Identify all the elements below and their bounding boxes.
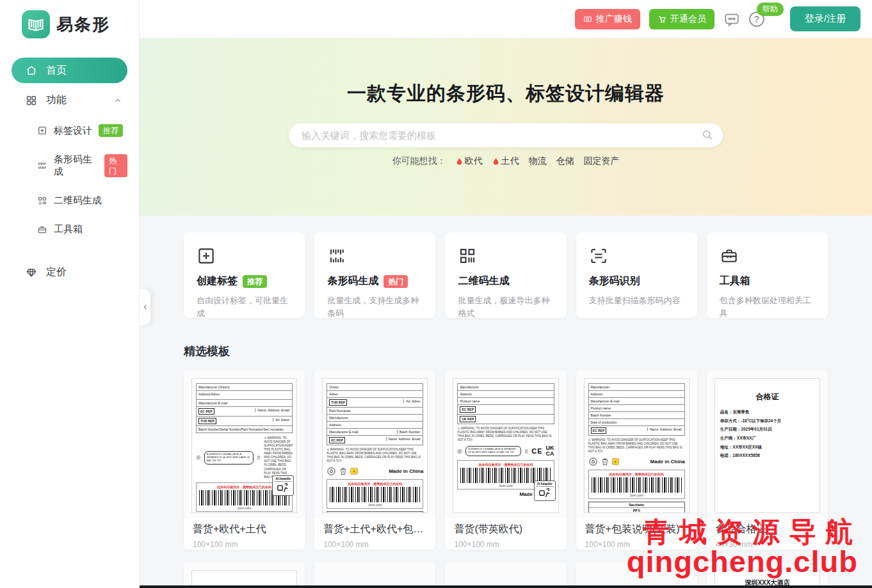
search-icon[interactable] — [701, 129, 714, 141]
feature-desc: 批量生成，支持生成多种条码 — [327, 294, 423, 319]
template-card[interactable] — [445, 562, 566, 588]
brand-logo[interactable]: 易条形 — [0, 0, 139, 38]
sidebar-item-label: 功能 — [46, 93, 67, 107]
feature-create-label[interactable]: 创建标签 推荐 自由设计标签，可批量生成 — [184, 232, 305, 318]
home-icon — [26, 65, 37, 76]
sidebar: 易条形 首页 功能 — [0, 0, 140, 588]
qrcode-icon — [37, 196, 47, 206]
feature-qrcode-gen[interactable]: 二维码生成 批量生成，极速导出多种格式 — [445, 232, 566, 318]
packaging-symbols: ÉLÉMENTS D'EMBALLAGE À SÉPARER ET À DÉPO… — [196, 436, 293, 479]
template-preview: 品名：XX运动鞋 颜色：白色 — [184, 562, 305, 588]
bottom-bar-edge — [140, 585, 872, 588]
hot-badge: 热门 — [384, 275, 408, 288]
topbar: 推广赚钱 开通会员 帮助 ? 登录/注册 — [140, 0, 872, 38]
toolbox-icon — [37, 225, 47, 235]
feature-cards: 创建标签 推荐 自由设计标签，可批量生成 条形码生成 热门 批量生成，支持生成多… — [140, 216, 872, 318]
template-card[interactable]: 合格证 品名：东海带鱼 保存方式：-18°C以下保存24个月 生产日期：2025… — [707, 370, 828, 550]
barcode-image — [592, 477, 682, 493]
hint-fixed-assets[interactable]: 固定资产 — [584, 155, 620, 167]
barcode-demo: 此条码仅做演示，需替换成自己的条码 1txm.com — [588, 470, 685, 499]
hint-tudai[interactable]: 土代 — [492, 155, 519, 167]
recycle-sign: Al Amarillo — [272, 475, 294, 496]
feature-title: 条形码识别 — [589, 274, 640, 288]
login-button[interactable]: 登录/注册 — [790, 6, 860, 31]
member-button[interactable]: 开通会员 — [649, 9, 715, 29]
template-card[interactable]: Manufacturer Address Product name EC REP… — [445, 370, 566, 550]
recycle-icon — [457, 447, 462, 456]
hero-section: 一款专业的条形码、标签设计编辑器 你可能想找： 欧代 土代 物流 仓储 固定资产 — [140, 38, 872, 216]
hint-warehouse[interactable]: 仓储 — [556, 155, 574, 167]
promo-button-label: 推广赚钱 — [596, 13, 632, 25]
waste-sorting-table: Sacchetto PP 5 Raccolta Carta — [588, 502, 685, 513]
sidebar-item-features[interactable]: 功能 — [12, 83, 127, 116]
barcode-demo: 此条码仅做演示，需替换成自己的条码 1txm.com — [327, 479, 423, 509]
template-card[interactable] — [314, 562, 435, 588]
template-card[interactable] — [576, 562, 697, 588]
hint-logistics[interactable]: 物流 — [529, 155, 547, 167]
feature-desc: 支持批量扫描条形码内容 — [589, 294, 684, 307]
add-label-icon — [197, 246, 292, 267]
grid-icon — [26, 95, 37, 106]
template-title: 普货+欧代+土代 — [193, 523, 296, 536]
chat-icon — [723, 11, 740, 28]
sidebar-item-home[interactable]: 首页 — [12, 58, 127, 83]
template-size: 100×100 mm — [323, 540, 426, 549]
sidebar-item-label: 条形码生成 — [54, 154, 98, 178]
scan-icon — [589, 246, 684, 267]
template-preview: Manufacturer Address Manufacturer E-mail… — [576, 370, 697, 518]
sidebar-item-label: 二维码生成 — [54, 195, 102, 207]
promo-button[interactable]: 推广赚钱 — [575, 9, 640, 29]
feature-desc: 包含多种数据处理相关工具 — [720, 294, 815, 319]
feature-toolbox[interactable]: 工具箱 包含多种数据处理相关工具 — [707, 232, 828, 318]
help-button[interactable]: 帮助 ? — [749, 12, 764, 27]
sidebar-nav: 首页 功能 标签设计 推荐 — [0, 38, 139, 288]
template-card[interactable]: Manufacturer (Üretici): Address/Adres: M… — [184, 370, 305, 550]
sidebar-item-qrcode-gen[interactable]: 二维码生成 — [12, 186, 127, 215]
flame-icon — [492, 157, 499, 166]
waste-sorting-table: Sacchetto PP 5 Raccolta Carta — [327, 511, 423, 513]
feature-barcode-gen[interactable]: 条形码生成 热门 批量生成，支持生成多种条码 — [314, 232, 435, 318]
hint-oudai[interactable]: 欧代 — [456, 155, 483, 167]
sidebar-item-barcode-gen[interactable]: 条形码生成 热门 — [12, 145, 127, 186]
template-preview: 合格证 品名：东海带鱼 保存方式：-18°C以下保存24个月 生产日期：2025… — [707, 370, 828, 518]
cert-title: 合格证 — [720, 392, 814, 402]
template-size: 100×100 mm — [193, 540, 296, 549]
template-preview — [445, 562, 566, 588]
main-area: 推广赚钱 开通会员 帮助 ? 登录/注册 一款专业的条形码、标签设计编辑器 — [140, 0, 872, 588]
recycle-sign: Al Amarillo — [534, 481, 556, 501]
sidebar-item-label-design[interactable]: 标签设计 推荐 — [12, 116, 127, 145]
hero-title: 一款专业的条形码、标签设计编辑器 — [140, 38, 872, 107]
ce-mark: CE — [531, 447, 542, 455]
template-card[interactable]: 品名：XX运动鞋 颜色：白色 — [184, 562, 305, 588]
gem-icon — [26, 267, 37, 278]
flame-icon — [456, 157, 463, 166]
hints-label: 你可能想找： — [392, 155, 446, 167]
chat-button[interactable] — [723, 11, 740, 28]
sidebar-item-pricing[interactable]: 定价 — [12, 255, 127, 288]
member-button-label: 开通会员 — [670, 13, 706, 25]
template-card[interactable]: 深圳XXX大酒店 位置单 单号：5465564694197874 — [707, 562, 828, 588]
sidebar-item-label: 标签设计 — [54, 125, 92, 137]
help-badge: 帮助 — [757, 3, 784, 16]
template-size: 100×100 mm — [454, 540, 557, 549]
packaging-symbols: ⚠ Made in China — [327, 466, 423, 476]
recycle-icon — [588, 457, 598, 466]
template-card[interactable]: Manufacturer Address Manufacturer E-mail… — [576, 370, 697, 550]
feature-title: 条形码生成 — [327, 274, 378, 288]
trash-icon — [601, 457, 609, 466]
feature-title: 工具箱 — [720, 274, 750, 288]
barcode-icon — [327, 246, 423, 267]
feature-desc: 自由设计标签，可批量生成 — [197, 294, 292, 319]
chevron-up-icon — [113, 96, 122, 105]
trash-icon — [257, 452, 261, 463]
sidebar-item-toolbox[interactable]: 工具箱 — [12, 215, 127, 244]
template-grid-row2: 品名：XX运动鞋 颜色：白色 深圳XXX大酒店 位置单 单号：546556469… — [140, 550, 872, 588]
sidebar-collapse-handle[interactable] — [140, 289, 150, 325]
template-preview: Manufacturer Address Product name EC REP… — [445, 370, 566, 518]
feature-title: 二维码生成 — [458, 274, 509, 288]
template-title: 普货+土代+欧代+包装说... — [323, 523, 426, 536]
template-card[interactable]: Üretici: Adres: TUR REPAd: Adres: Parti … — [314, 370, 435, 550]
search-input[interactable] — [289, 123, 723, 147]
feature-barcode-scan[interactable]: 条形码识别 支持批量扫描条形码内容 — [576, 232, 697, 318]
cart-icon — [658, 15, 666, 24]
